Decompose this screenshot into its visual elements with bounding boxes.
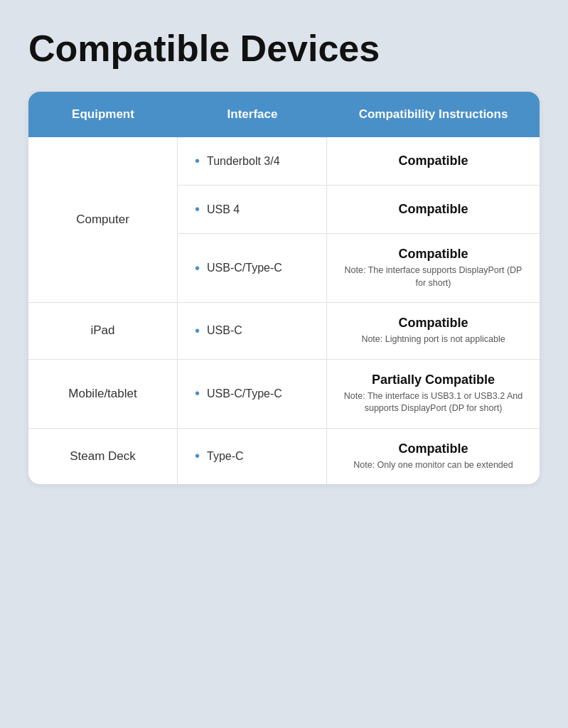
compatibility-cell: Compatible [327, 186, 540, 233]
table-row: Type-CCompatibleNote: Only one monitor c… [178, 429, 540, 485]
table-body: ComputerTunderbolt 3/4CompatibleUSB 4Com… [28, 137, 540, 484]
compatibility-cell: Partially CompatibleNote: The interface … [327, 360, 540, 428]
table-row: Tunderbolt 3/4Compatible [178, 137, 540, 186]
compat-main: Compatible [398, 441, 468, 456]
compat-note: Note: Lightning port is not applicable [361, 333, 505, 346]
equipment-cell: Computer [28, 137, 178, 302]
equipment-group: iPadUSB-CCompatibleNote: Lightning port … [28, 303, 540, 360]
compat-main: Compatible [398, 247, 468, 262]
header-equipment: Equipment [28, 92, 178, 137]
interface-rows: Tunderbolt 3/4CompatibleUSB 4CompatibleU… [178, 137, 540, 302]
compatibility-cell: CompatibleNote: The interface supports D… [327, 234, 540, 302]
equipment-cell: Mobile/tablet [28, 360, 178, 428]
interface-cell: Type-C [178, 429, 327, 485]
equipment-group: Steam DeckType-CCompatibleNote: Only one… [28, 429, 540, 485]
compat-main: Partially Compatible [372, 373, 495, 387]
table-row: USB-C/Type-CPartially CompatibleNote: Th… [178, 360, 540, 428]
compat-main: Compatible [398, 154, 468, 168]
table-row: USB 4Compatible [178, 186, 540, 234]
interface-cell: Tunderbolt 3/4 [178, 137, 327, 185]
header-interface: Interface [178, 92, 327, 137]
equipment-group: Mobile/tabletUSB-C/Type-CPartially Compa… [28, 360, 540, 429]
page-title: Compatible Devices [28, 28, 380, 69]
table-row: USB-C/Type-CCompatibleNote: The interfac… [178, 234, 540, 302]
interface-cell: USB-C/Type-C [178, 360, 327, 428]
interface-cell: USB-C [178, 303, 327, 359]
table-row: USB-CCompatibleNote: Lightning port is n… [178, 303, 540, 359]
compatibility-cell: CompatibleNote: Lightning port is not ap… [327, 303, 540, 359]
header-compatibility: Compatibility Instructions [327, 92, 540, 137]
interface-rows: USB-CCompatibleNote: Lightning port is n… [178, 303, 540, 359]
interface-cell: USB-C/Type-C [178, 234, 327, 302]
compat-main: Compatible [398, 202, 468, 217]
interface-cell: USB 4 [178, 186, 327, 233]
compatibility-cell: Compatible [327, 137, 540, 185]
compat-main: Compatible [398, 316, 468, 331]
compat-note: Note: Only one monitor can be extended [353, 459, 513, 472]
compatibility-cell: CompatibleNote: Only one monitor can be … [327, 429, 540, 485]
interface-rows: USB-C/Type-CPartially CompatibleNote: Th… [178, 360, 540, 428]
equipment-cell: Steam Deck [28, 429, 178, 485]
table-header: Equipment Interface Compatibility Instru… [28, 92, 540, 137]
compat-note: Note: The interface is USB3.1 or USB3.2 … [338, 390, 528, 415]
interface-rows: Type-CCompatibleNote: Only one monitor c… [178, 429, 540, 485]
equipment-cell: iPad [28, 303, 178, 359]
compat-note: Note: The interface supports DisplayPort… [338, 264, 528, 289]
compatible-devices-table: Equipment Interface Compatibility Instru… [28, 92, 540, 484]
equipment-group: ComputerTunderbolt 3/4CompatibleUSB 4Com… [28, 137, 540, 303]
